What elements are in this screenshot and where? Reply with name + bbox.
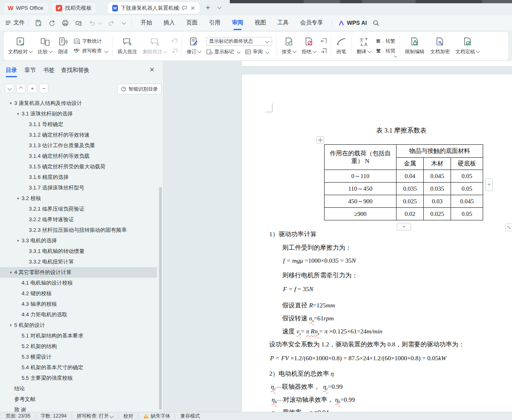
sidebar-close-icon[interactable]: ✕ [149, 66, 155, 74]
undo-dropdown-icon[interactable] [97, 19, 102, 26]
add-row-button[interactable]: + [397, 223, 411, 231]
sidebar-tab-bookmarks[interactable]: 书签 [43, 67, 54, 74]
doc-text-line[interactable]: 假设转速 ns=61rpm [282, 314, 334, 323]
toc-expand-button[interactable] [5, 84, 14, 93]
finalize-button[interactable]: 文档定稿 [453, 36, 482, 56]
menu-insert[interactable]: 插入 [163, 19, 175, 26]
toc-item[interactable]: ▼3.2.1 临界压缩负荷验证 [0, 204, 157, 214]
status-spell-check[interactable]: 拼写检查: 打开 [77, 413, 113, 420]
toc-item[interactable]: ▼3.1.7 选择滚珠丝杆型号 [0, 183, 157, 193]
menu-membership[interactable]: 会员专享 [300, 19, 323, 26]
table-cell[interactable]: 0.02 [397, 208, 424, 220]
translate-button[interactable]: 文A 翻译 [354, 36, 374, 56]
table-header-cell[interactable]: 金属 [397, 158, 424, 170]
toc-collapse-arrow-icon[interactable]: ▼ [7, 102, 14, 105]
table-cell[interactable]: 0.03 [424, 195, 451, 208]
sidebar-tab-toc[interactable]: 目录 [6, 67, 17, 74]
search-icon[interactable] [373, 20, 379, 26]
doc-text-line[interactable]: 速度 vs= π Rns= π ×0.125×61=24m/min [282, 327, 382, 336]
table-cell[interactable]: 0.04 [397, 170, 424, 183]
add-column-button[interactable]: + [485, 178, 493, 191]
toc-item[interactable]: ▼3.3 电机的选择 [0, 235, 157, 246]
more-chevron-icon[interactable] [121, 19, 125, 26]
tab-docer-templates[interactable]: 找稻壳模板 [51, 2, 97, 14]
doc-text-line[interactable]: 则工件受到的摩擦力为： [282, 244, 352, 252]
toc-item[interactable]: ▼5.1 对机架结构的基本要求 [0, 331, 157, 341]
brush-button[interactable]: 画笔 [333, 36, 349, 56]
doc-proof-button[interactable]: a 文档校对 [5, 36, 35, 56]
table-header-cell[interactable]: 作用在的载荷（包括自 重） N [325, 145, 397, 170]
encrypt-button[interactable]: 文档加密 [427, 36, 453, 56]
dialog-launcher-icon[interactable] [394, 54, 397, 58]
compare-button[interactable]: 比较 [35, 36, 55, 56]
table-header-cell[interactable]: 木材 [424, 158, 451, 170]
traditional-to-simplified-button[interactable]: 繁→ 转简 [376, 48, 395, 54]
table-cell[interactable]: 0.05 [451, 170, 483, 183]
file-menu[interactable]: 文件 [5, 19, 25, 26]
toc-item[interactable]: ▼4.3 轴承的校核 [0, 299, 157, 309]
undo-icon[interactable] [88, 19, 96, 27]
toc-item[interactable]: ▼3.1.6 精度的选择 [0, 172, 157, 183]
doc-text-line[interactable]: F = f = 35N [283, 285, 313, 293]
menu-home[interactable]: 开始 [141, 19, 152, 26]
toc-item[interactable]: ▼3.3.2 电机扭矩计算 [0, 257, 157, 267]
save-icon[interactable] [35, 19, 42, 27]
toc-collapse-arrow-icon[interactable]: ▼ [15, 197, 22, 200]
toc-item[interactable]: ▼4 其它零部件的设计计算 [0, 267, 157, 278]
toc-zoom-in-button[interactable]: + [28, 84, 37, 93]
reject-button[interactable]: 拒绝 [299, 36, 319, 56]
accept-button[interactable]: 接受 [279, 36, 299, 56]
spell-check-button[interactable]: ABC 拼写检查 [74, 48, 108, 54]
toc-item[interactable]: ▼4.2 键的校核 [0, 288, 157, 299]
toc-item[interactable]: ▼3.1.3 估计工作台质量及负重 [0, 140, 157, 151]
toc-item[interactable]: ▼致 谢 [0, 405, 157, 412]
previous-revision-icon[interactable] [320, 38, 327, 44]
table-cell[interactable]: 450～900 [325, 195, 397, 208]
table-cell[interactable]: 0.035 [397, 183, 424, 195]
read-aloud-button[interactable]: 朗读 [55, 36, 71, 56]
next-revision-icon[interactable] [320, 48, 327, 54]
status-compat-mode[interactable]: 兼容模式 [180, 413, 200, 420]
toc-item[interactable]: ▼3.1 滚珠丝杆副的选择 [0, 109, 157, 119]
toc-item[interactable]: ▼3.3.1 电机轴的转动惯量 [0, 246, 157, 257]
toc-item[interactable]: ▼结论 [0, 383, 157, 394]
toc-item[interactable]: ▼5.2 机架的结构 [0, 341, 157, 352]
tab-wps-office[interactable]: W WPS Office [3, 2, 49, 14]
toc-collapse-button[interactable] [16, 84, 26, 93]
menu-view[interactable]: 视图 [255, 19, 266, 26]
table-cell[interactable]: 0.045 [451, 195, 483, 208]
status-proofread[interactable]: 校对 [123, 413, 133, 420]
table-header-cell[interactable]: 硬底板 [451, 158, 483, 170]
table-cell[interactable]: 0.045 [424, 170, 451, 183]
smart-toc-button[interactable]: 智能识别目录 [117, 84, 161, 94]
toc-item[interactable]: ▼3.2.3 丝杆拉压振动与扭转振动的固有频率 [0, 225, 157, 235]
markup-state-select[interactable]: 显示标记的最终状态 [206, 37, 272, 46]
doc-text-line[interactable]: P = FV ×1.2/(60×1000×0.8) = 87.5×24×1.2/… [270, 355, 447, 362]
new-tab-plus-icon[interactable]: + [206, 3, 210, 12]
sidebar-tab-chapters[interactable]: 章节 [24, 67, 36, 74]
redo-icon[interactable] [107, 19, 115, 27]
table-cell[interactable]: 110～450 [325, 183, 397, 195]
toc-item[interactable]: ▼5.3 横梁设计 [0, 352, 157, 362]
toc-item[interactable]: ▼4.1 电机轴的设计校核 [0, 278, 157, 288]
toc-collapse-arrow-icon[interactable]: ▼ [7, 271, 14, 274]
toc-item[interactable]: ▼5.5 主要梁的强度校核 [0, 373, 157, 383]
review-pane-button[interactable]: 审阅 [245, 48, 269, 55]
table-resize-handle-icon[interactable] [505, 223, 512, 231]
toc-item[interactable]: ▼3.1.2 确定丝杆的等效转速 [0, 130, 157, 140]
toc-item[interactable]: ▼3.2 校核 [0, 193, 157, 204]
print-icon[interactable] [61, 19, 69, 27]
delete-comment-button[interactable]: 删除批注 [140, 36, 170, 56]
menu-page[interactable]: 页面 [186, 19, 198, 26]
toc-item[interactable]: ▼参考文献 [0, 394, 157, 405]
table-cell[interactable]: 0.05 [451, 183, 483, 195]
print-preview-icon[interactable] [75, 19, 83, 27]
track-changes-button[interactable]: 修订 [184, 36, 204, 56]
show-markup-button[interactable]: 显示标记 [206, 48, 240, 55]
export-icon[interactable] [48, 19, 56, 27]
toc-item[interactable]: ▼4.4 力矩电机的选取 [0, 309, 157, 320]
next-comment-icon[interactable] [171, 48, 178, 54]
toc-item[interactable]: ▼3.1.5 确定丝杆所受的最大动载荷 [0, 161, 157, 172]
status-missing-font[interactable]: 缺失字体 [143, 413, 170, 420]
table-cell[interactable]: 0.05 [451, 208, 483, 220]
